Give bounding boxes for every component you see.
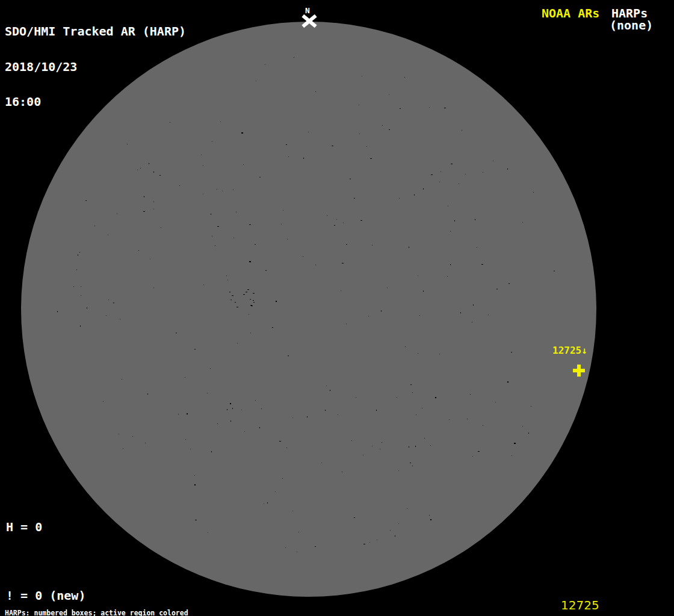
north-cross-icon [303,15,316,27]
page-title: SDO/HMI Tracked AR (HARP) [5,26,186,38]
title-block: SDO/HMI Tracked AR (HARP) 2018/10/23 16:… [5,2,186,132]
solar-map-canvas: SDO/HMI Tracked AR (HARP) 2018/10/23 16:… [0,0,674,616]
footer-ar-number: 12725 [561,598,599,612]
observation-date: 2018/10/23 [5,61,186,73]
observation-time: 16:00 [5,96,186,108]
north-label: N [305,6,310,15]
ar-12725-label: 12725↓ [552,346,587,356]
ar-12725-cross-icon [573,365,585,377]
footnotes: HARPs: numbered boxes; active region col… [5,596,247,616]
footnote-harps: HARPs: numbered boxes; active region col… [5,610,247,616]
noaa-ars-column-label: NOAA ARs [542,6,599,20]
harps-none-value: (none) [610,18,653,32]
legend-spacer [6,556,144,567]
legend-h-count: H = 0 [6,522,144,533]
